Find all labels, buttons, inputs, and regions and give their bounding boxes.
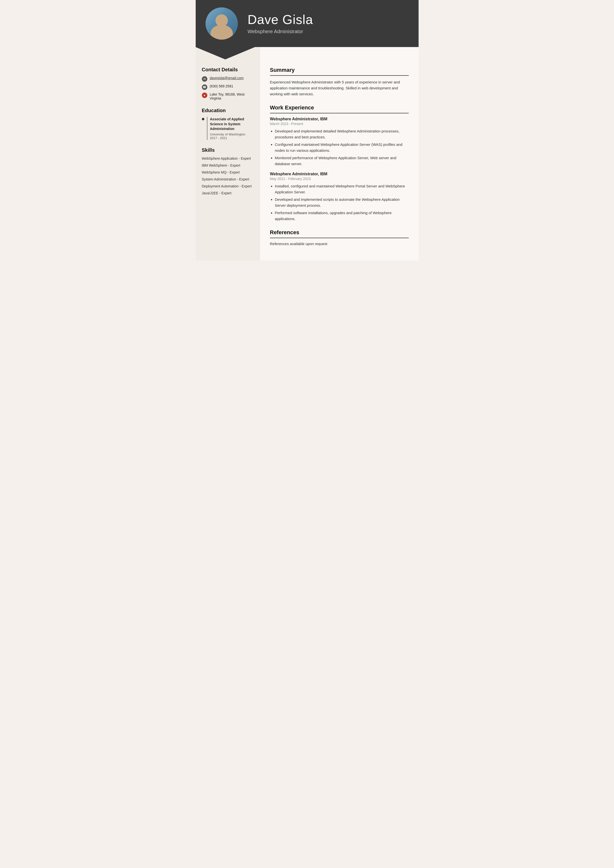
skill-item: System Administration - Expert (202, 177, 254, 181)
work-experience-title: Work Experience (270, 104, 409, 113)
education-section-title: Education (202, 108, 254, 113)
job-item: Websphere Administrator, IBMMarch 2023 -… (270, 117, 409, 167)
references-text: References available upon request (270, 242, 409, 246)
edu-degree: Associate of Applied Science in System A… (210, 117, 254, 132)
job-bullet: Developed and implemented detailed Websp… (275, 128, 409, 140)
location-text: Lake Toy, 98168, West Virginia (210, 92, 254, 100)
job-bullet: Monitored performance of Websphere Appli… (275, 155, 409, 167)
education-section: Education Associate of Applied Science i… (202, 108, 254, 140)
work-experience-section: Work Experience Websphere Administrator,… (270, 104, 409, 222)
edu-content: Associate of Applied Science in System A… (207, 117, 254, 140)
summary-section: Summary Experienced Websphere Administra… (270, 67, 409, 97)
summary-text: Experienced Websphere Administrator with… (270, 79, 409, 97)
edu-bullet-icon (202, 118, 204, 120)
edu-years: 2017 - 2021 (210, 136, 254, 140)
contact-section: Contact Details ✉ davegisla@gmail.com ☎ … (202, 67, 254, 100)
job-item: Websphere Administrator, IBMMay 2021 - F… (270, 172, 409, 222)
job-title: Websphere Administrator, IBM (270, 172, 409, 176)
avatar (205, 8, 238, 40)
skills-section: Skills WebSphere Application - ExpertIBM… (202, 147, 254, 195)
job-bullet: Performed software installations, upgrad… (275, 210, 409, 222)
header-text: Dave Gisla Websphere Administrator (248, 12, 313, 34)
candidate-title: Websphere Administrator (248, 29, 313, 34)
references-title: References (270, 229, 409, 238)
education-item: Associate of Applied Science in System A… (202, 117, 254, 140)
job-period: March 2023 - Present (270, 122, 409, 126)
jobs-list: Websphere Administrator, IBMMarch 2023 -… (270, 117, 409, 222)
location-icon: ● (202, 93, 207, 98)
job-bullet: Configured and maintained Websphere Appl… (275, 142, 409, 153)
contact-location-item: ● Lake Toy, 98168, West Virginia (202, 92, 254, 100)
job-bullet: Installed, configured and maintained Web… (275, 183, 409, 195)
sidebar: Contact Details ✉ davegisla@gmail.com ☎ … (196, 59, 260, 261)
email-icon: ✉ (202, 76, 207, 82)
header: Dave Gisla Websphere Administrator (196, 0, 418, 47)
job-bullet: Developed and implemented scripts to aut… (275, 197, 409, 208)
main-content: Summary Experienced Websphere Administra… (260, 59, 418, 261)
skills-list: WebSphere Application - ExpertIBM WebSph… (202, 157, 254, 195)
skill-item: WebSphere MQ - Expert (202, 170, 254, 174)
job-bullets: Installed, configured and maintained Web… (270, 183, 409, 222)
triangle-decoration (196, 47, 255, 59)
phone-text: (630) 589 2581 (210, 84, 233, 88)
skill-item: WebSphere Application - Expert (202, 157, 254, 160)
references-section: References References available upon req… (270, 229, 409, 246)
skills-section-title: Skills (202, 147, 254, 153)
job-bullets: Developed and implemented detailed Websp… (270, 128, 409, 167)
job-period: May 2021 - February 2023 (270, 177, 409, 181)
skill-item: Java/J2EE - Expert (202, 191, 254, 195)
summary-title: Summary (270, 67, 409, 76)
skill-item: IBM WebSphere - Expert (202, 163, 254, 167)
contact-section-title: Contact Details (202, 67, 254, 73)
main-layout: Contact Details ✉ davegisla@gmail.com ☎ … (196, 59, 418, 261)
candidate-name: Dave Gisla (248, 12, 313, 27)
job-title: Websphere Administrator, IBM (270, 117, 409, 121)
phone-icon: ☎ (202, 84, 207, 90)
email-link[interactable]: davegisla@gmail.com (210, 76, 244, 80)
contact-phone-item: ☎ (630) 589 2581 (202, 84, 254, 90)
skill-item: Deployment Automation - Expert (202, 184, 254, 188)
edu-school: University of Washington (210, 132, 254, 136)
contact-email-item: ✉ davegisla@gmail.com (202, 76, 254, 82)
